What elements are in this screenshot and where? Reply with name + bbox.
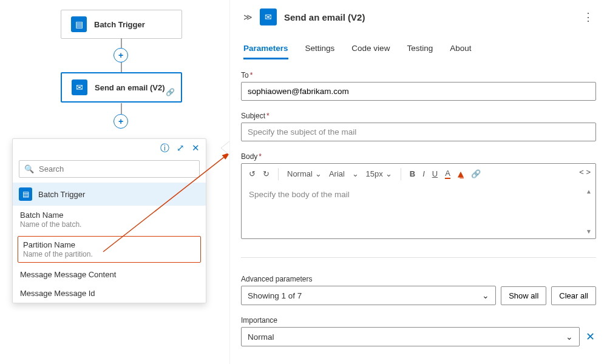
panel-title: Send an email (V2) xyxy=(284,12,583,22)
tab-about[interactable]: About xyxy=(450,44,471,59)
advanced-row: Showing 1 of 7 ⌄ Show all Clear all xyxy=(241,286,596,305)
importance-row: Normal ⌄ ✕ xyxy=(241,327,596,346)
subject-input[interactable] xyxy=(241,123,596,141)
font-color-icon[interactable]: A xyxy=(441,166,454,181)
dynamic-content-panel: ⓘ ⤢ ✕ 🔍 ▤ Batch Trigger Batch Name Name … xyxy=(12,138,206,303)
link-icon[interactable]: 🔗 xyxy=(467,167,484,181)
redo-icon[interactable]: ↻ xyxy=(259,167,273,181)
field-subject: Subject* xyxy=(241,112,596,141)
scroll-down-icon[interactable]: ▼ xyxy=(586,228,592,235)
section-title: Batch Trigger xyxy=(38,190,85,199)
editor-toolbar: ↺ ↻ Normal ⌄ Arial ⌄ 15px ⌄ B I U A ▲̲ 🔗… xyxy=(242,164,595,184)
add-action-button[interactable]: + xyxy=(114,48,128,62)
dynamic-item-message-content[interactable]: Message Message Content xyxy=(13,265,206,284)
search-icon: 🔍 xyxy=(24,164,34,174)
to-label: To* xyxy=(241,71,596,79)
field-body: Body* ↺ ↻ Normal ⌄ Arial ⌄ 15px ⌄ B I U … xyxy=(241,152,596,239)
advanced-label: Advanced parameters xyxy=(241,275,596,283)
more-icon[interactable]: ⋮ xyxy=(583,10,594,24)
dynamic-search-input[interactable] xyxy=(39,164,194,174)
info-icon[interactable]: ⓘ xyxy=(160,143,169,154)
clear-all-button[interactable]: Clear all xyxy=(551,286,596,305)
font-dropdown[interactable]: Arial ⌄ xyxy=(325,167,362,181)
bold-icon[interactable]: B xyxy=(406,167,419,181)
dynamic-item-message-id[interactable]: Message Message Id xyxy=(13,284,206,303)
highlight-icon[interactable]: ▲̲ xyxy=(454,167,467,181)
italic-icon[interactable]: I xyxy=(419,167,429,181)
style-dropdown[interactable]: Normal ⌄ xyxy=(283,167,325,181)
batch-icon: ▤ xyxy=(19,187,32,201)
action-node[interactable]: ✉ Send an email (V2) 🔗 xyxy=(61,72,182,103)
dynamic-item-batch-name[interactable]: Batch Name Name of the batch. xyxy=(13,206,206,234)
tab-parameters[interactable]: Parameters xyxy=(243,44,288,59)
close-icon[interactable]: ✕ xyxy=(192,143,200,154)
connector-line xyxy=(121,62,122,72)
chevron-down-icon: ⌄ xyxy=(352,169,359,178)
panel-header: ≫ ✉ Send an email (V2) ⋮ xyxy=(241,0,596,30)
tab-codeview[interactable]: Code view xyxy=(351,44,390,59)
chevron-down-icon: ⌄ xyxy=(315,169,322,178)
collapse-icon[interactable]: ≫ xyxy=(243,12,253,22)
connector-line xyxy=(121,103,122,114)
field-to: To* xyxy=(241,71,596,101)
add-action-button[interactable]: + xyxy=(114,114,128,129)
to-input[interactable] xyxy=(241,82,596,101)
mail-icon: ✉ xyxy=(72,79,87,95)
tab-testing[interactable]: Testing xyxy=(407,44,433,59)
dynamic-section-header: ▤ Batch Trigger xyxy=(13,183,206,206)
chevron-down-icon: ⌄ xyxy=(385,169,392,178)
importance-label: Importance xyxy=(241,316,596,325)
batch-icon: ▤ xyxy=(71,16,87,32)
advanced-dropdown[interactable]: Showing 1 of 7 ⌄ xyxy=(241,286,496,305)
scroll-up-icon[interactable]: ▲ xyxy=(586,188,592,195)
body-editor: ↺ ↻ Normal ⌄ Arial ⌄ 15px ⌄ B I U A ▲̲ 🔗… xyxy=(241,163,596,239)
subject-label: Subject* xyxy=(241,112,596,120)
tab-bar: Parameters Settings Code view Testing Ab… xyxy=(241,44,596,60)
link-icon: 🔗 xyxy=(166,88,175,96)
body-label: Body* xyxy=(241,152,596,161)
underline-icon[interactable]: U xyxy=(429,167,441,181)
details-panel: ≫ ✉ Send an email (V2) ⋮ Parameters Sett… xyxy=(229,0,607,364)
dynamic-item-partition-name[interactable]: Partition Name Name of the partition. xyxy=(18,236,201,263)
remove-param-icon[interactable]: ✕ xyxy=(585,328,596,346)
mail-icon: ✉ xyxy=(260,8,277,25)
trigger-node[interactable]: ▤ Batch Trigger xyxy=(61,10,182,39)
body-textarea[interactable]: Specify the body of the mail xyxy=(242,184,595,238)
connector-line xyxy=(121,38,122,48)
dynamic-search-box[interactable]: 🔍 xyxy=(19,160,200,178)
action-label: Send an email (V2) xyxy=(95,83,165,92)
trigger-label: Batch Trigger xyxy=(94,20,145,29)
undo-icon[interactable]: ↺ xyxy=(245,167,259,181)
show-all-button[interactable]: Show all xyxy=(501,286,546,305)
divider xyxy=(241,257,596,258)
tab-settings[interactable]: Settings xyxy=(305,44,335,59)
size-dropdown[interactable]: 15px ⌄ xyxy=(362,167,396,181)
code-toggle-icon[interactable]: < > xyxy=(579,167,591,177)
chevron-down-icon: ⌄ xyxy=(482,291,489,300)
expand-icon[interactable]: ⤢ xyxy=(177,143,185,154)
importance-dropdown[interactable]: Normal ⌄ xyxy=(241,327,580,346)
chevron-down-icon: ⌄ xyxy=(566,332,573,342)
